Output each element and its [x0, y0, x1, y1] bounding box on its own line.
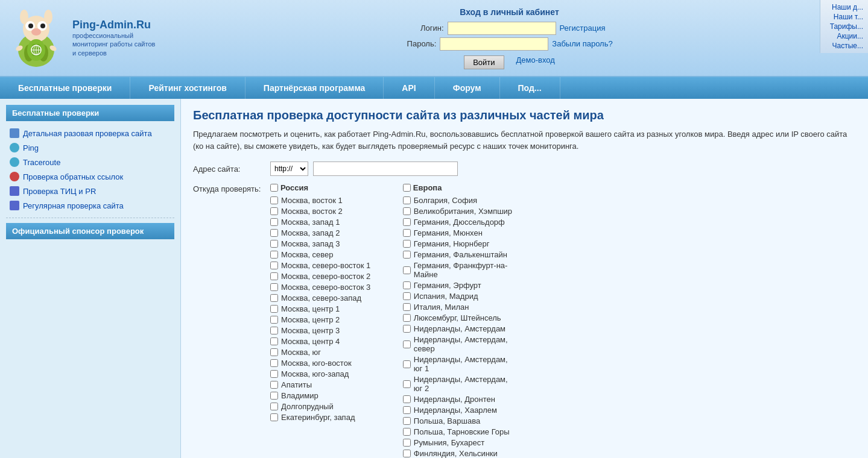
- login-input[interactable]: [448, 22, 556, 35]
- navbar: Бесплатные проверки Рейтинг хостингов Па…: [0, 77, 868, 99]
- list-item: Москва, запад 1: [270, 218, 385, 227]
- right-link-5[interactable]: Частые...: [832, 42, 863, 50]
- location-checkbox[interactable]: [270, 403, 278, 410]
- password-row: Пароль: Забыли пароль?: [406, 37, 612, 51]
- location-checkbox[interactable]: [403, 417, 411, 425]
- location-checkbox[interactable]: [403, 325, 411, 333]
- location-checkbox[interactable]: [270, 370, 278, 378]
- location-checkbox[interactable]: [403, 292, 411, 300]
- list-item: Апатиты: [270, 380, 385, 389]
- list-item: Владимир: [270, 391, 385, 400]
- europe-locations: Болгария, СофияВеликобритания, ХэмпширГе…: [403, 196, 518, 458]
- location-checkbox[interactable]: [403, 314, 411, 322]
- globe-icon: [10, 128, 19, 138]
- location-checkbox[interactable]: [270, 413, 278, 421]
- sidebar-header: Бесплатные проверки: [6, 105, 174, 121]
- list-item: Москва, юго-запад: [270, 369, 385, 378]
- list-item: Москва, северо-восток 1: [270, 261, 385, 270]
- location-checkbox[interactable]: [270, 196, 278, 204]
- location-checkbox[interactable]: [270, 240, 278, 248]
- list-item: Румыния, Бухарест: [403, 438, 518, 447]
- location-checkbox[interactable]: [270, 207, 278, 215]
- trace-icon: [10, 157, 19, 167]
- location-checkbox[interactable]: [403, 266, 411, 274]
- europe-region: Европа Болгария, СофияВеликобритания, Хэ…: [403, 183, 518, 458]
- list-item: Москва, северо-восток 2: [270, 272, 385, 281]
- list-item: Нидерланды, Амстердам, север: [403, 335, 518, 353]
- location-checkbox[interactable]: [270, 283, 278, 291]
- sidebar-item-label: Проверка ТИЦ и PR: [23, 187, 96, 196]
- russia-all-checkbox[interactable]: [270, 184, 278, 192]
- europe-all-checkbox[interactable]: [403, 184, 411, 192]
- location-checkbox[interactable]: [403, 207, 411, 215]
- list-item: Москва, восток 1: [270, 196, 385, 205]
- password-input[interactable]: [440, 37, 548, 51]
- right-link-2[interactable]: Наши т...: [834, 13, 863, 21]
- nav-free-checks[interactable]: Бесплатные проверки: [0, 77, 130, 99]
- location-checkbox[interactable]: [403, 240, 411, 248]
- right-link-3[interactable]: Тарифы...: [830, 22, 863, 31]
- location-checkbox[interactable]: [403, 439, 411, 447]
- location-checkbox[interactable]: [403, 428, 411, 436]
- login-button[interactable]: Войти: [464, 55, 504, 69]
- location-checkbox[interactable]: [270, 381, 278, 389]
- list-item: Великобритания, Хэмпшир: [403, 207, 518, 216]
- location-checkbox[interactable]: [403, 340, 411, 348]
- sidebar-item-traceroute[interactable]: Traceroute: [6, 155, 174, 169]
- location-checkbox[interactable]: [270, 337, 278, 345]
- location-checkbox[interactable]: [403, 196, 411, 204]
- sidebar-item-regular[interactable]: Регулярная проверка сайта: [6, 198, 174, 213]
- location-checkbox[interactable]: [403, 450, 411, 457]
- list-item: Болгария, София: [403, 196, 518, 205]
- location-checkbox[interactable]: [270, 272, 278, 280]
- list-item: Испания, Мадрид: [403, 292, 518, 301]
- location-checkbox[interactable]: [270, 316, 278, 324]
- demo-link[interactable]: Демо-вход: [516, 55, 555, 69]
- location-checkbox[interactable]: [403, 303, 411, 311]
- list-item: Нидерланды, Амстердам, юг 1: [403, 355, 518, 373]
- location-checkbox[interactable]: [270, 327, 278, 334]
- location-checkbox[interactable]: [270, 262, 278, 269]
- location-checkbox[interactable]: [403, 395, 411, 403]
- location-checkbox[interactable]: [270, 251, 278, 259]
- location-checkbox[interactable]: [403, 218, 411, 226]
- url-input[interactable]: [313, 162, 458, 176]
- location-checkbox[interactable]: [403, 406, 411, 414]
- protocol-select[interactable]: http:// https:// ftp://: [270, 162, 308, 176]
- location-checkbox[interactable]: [270, 359, 278, 367]
- register-link[interactable]: Регистрация: [560, 24, 606, 33]
- right-link-4[interactable]: Акции...: [837, 32, 863, 40]
- right-link-1[interactable]: Наши д...: [832, 3, 863, 11]
- location-checkbox[interactable]: [270, 294, 278, 302]
- nav-api[interactable]: API: [384, 77, 434, 99]
- nav-more[interactable]: Под...: [500, 77, 560, 99]
- sidebar-item-label: Регулярная проверка сайта: [23, 201, 124, 210]
- forgot-link[interactable]: Забыли пароль?: [552, 39, 612, 48]
- sidebar-item-tiz[interactable]: Проверка ТИЦ и PR: [6, 184, 174, 198]
- location-checkbox[interactable]: [270, 229, 278, 237]
- list-item: Москва, центр 3: [270, 326, 385, 335]
- location-checkbox[interactable]: [403, 229, 411, 237]
- login-buttons: Войти Демо-вход: [464, 55, 555, 69]
- list-item: Екатеринбург, запад: [270, 413, 385, 422]
- location-checkbox[interactable]: [403, 380, 411, 388]
- sidebar-item-ping[interactable]: Ping: [6, 140, 174, 155]
- nav-partner[interactable]: Партнёрская программа: [246, 77, 384, 99]
- sidebar-item-backlinks[interactable]: Проверка обратных ссылок: [6, 169, 174, 184]
- sidebar-item-detailed[interactable]: Детальная разовая проверка сайта: [6, 126, 174, 140]
- location-checkbox[interactable]: [270, 348, 278, 356]
- location-checkbox[interactable]: [270, 218, 278, 226]
- location-checkbox[interactable]: [403, 251, 411, 259]
- reg-icon: [10, 201, 19, 210]
- nav-forum[interactable]: Форум: [435, 77, 500, 99]
- russia-header: Россия: [270, 183, 385, 192]
- location-checkbox[interactable]: [403, 281, 411, 289]
- location-checkbox[interactable]: [270, 305, 278, 313]
- location-checkbox[interactable]: [270, 392, 278, 400]
- nav-hosting-rating[interactable]: Рейтинг хостингов: [130, 77, 245, 99]
- list-item: Германия, Дюссельдорф: [403, 218, 518, 227]
- location-checkbox[interactable]: [403, 360, 411, 368]
- list-item: Москва, центр 1: [270, 304, 385, 313]
- main: Бесплатные проверки Детальная разовая пр…: [0, 99, 868, 458]
- sidebar-sponsor: Официальный спонсор проверок: [6, 223, 174, 239]
